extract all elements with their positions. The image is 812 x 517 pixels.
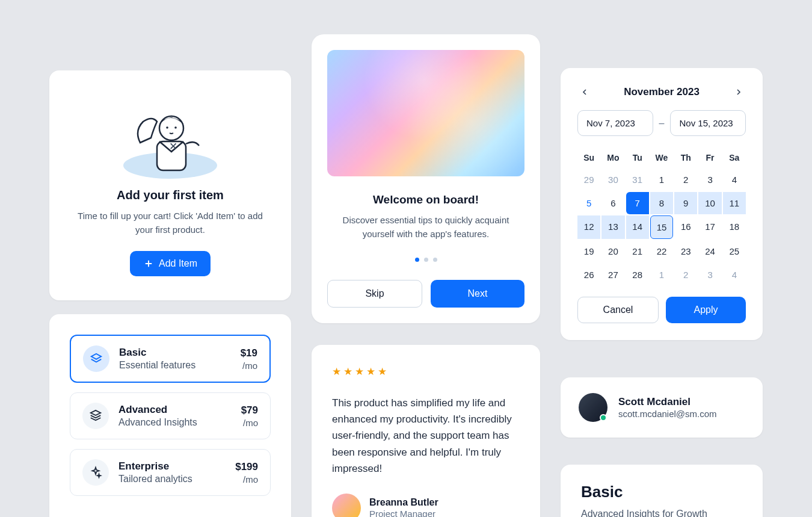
calendar-dow: Su xyxy=(577,148,600,167)
plus-icon xyxy=(143,258,154,269)
star-icon: ★ xyxy=(343,365,352,378)
calendar-day[interactable]: 23 xyxy=(674,240,697,262)
calendar-prev-button[interactable] xyxy=(577,85,592,99)
calendar-day[interactable]: 9 xyxy=(674,192,697,214)
calendar-dow: We xyxy=(650,148,673,167)
pricing-option-advanced[interactable]: Advanced Advanced Insights $79 /mo xyxy=(70,392,271,439)
calendar-day[interactable]: 3 xyxy=(698,169,721,191)
calendar-day[interactable]: 1 xyxy=(650,264,673,286)
calendar-day[interactable]: 5 xyxy=(577,192,600,214)
pricing-period: /mo xyxy=(235,474,258,484)
calendar-next-button[interactable] xyxy=(731,85,746,99)
testimonial-author: Breanna Butler Project Manager xyxy=(332,494,520,517)
calendar-day[interactable]: 8 xyxy=(650,192,673,214)
calendar-grid: SuMoTuWeThFrSa29303112345678910111213141… xyxy=(577,148,746,286)
welcome-description: Discover essential tips to quickly acqua… xyxy=(327,214,524,241)
calendar-dow: Mo xyxy=(601,148,624,167)
calendar-day[interactable]: 2 xyxy=(674,169,697,191)
pricing-amount: $199 xyxy=(235,461,258,473)
calendar-cancel-button[interactable]: Cancel xyxy=(577,297,659,323)
author-name: Breanna Butler xyxy=(369,497,438,508)
user-name: Scott Mcdaniel xyxy=(618,396,717,408)
pricing-name: Enterprise xyxy=(118,460,192,472)
calendar-day[interactable]: 22 xyxy=(650,240,673,262)
calendar-day[interactable]: 3 xyxy=(698,264,721,286)
layers-triple-icon xyxy=(82,403,109,429)
welcome-card: Welcome on board! Discover essential tip… xyxy=(312,34,540,323)
calendar-dow: Tu xyxy=(626,148,649,167)
star-icon: ★ xyxy=(332,365,341,378)
calendar-day[interactable]: 25 xyxy=(723,240,746,262)
calendar-day[interactable]: 21 xyxy=(626,240,649,262)
calendar-day[interactable]: 4 xyxy=(723,264,746,286)
calendar-day[interactable]: 1 xyxy=(650,169,673,191)
calendar-day[interactable]: 18 xyxy=(723,215,746,239)
calendar-day[interactable]: 12 xyxy=(577,215,600,239)
calendar-apply-button[interactable]: Apply xyxy=(666,297,746,323)
calendar-day[interactable]: 30 xyxy=(601,169,624,191)
calendar-day[interactable]: 28 xyxy=(626,264,649,286)
calendar-day[interactable]: 24 xyxy=(698,240,721,262)
user-avatar xyxy=(579,393,607,422)
pagination-dot-2[interactable] xyxy=(424,258,428,262)
welcome-hero-image xyxy=(327,50,524,176)
pricing-period: /mo xyxy=(241,418,258,428)
calendar-day[interactable]: 19 xyxy=(577,240,600,262)
pricing-list-card: Basic Essential features $19 /mo Advance… xyxy=(49,314,291,517)
calendar-day[interactable]: 16 xyxy=(674,215,697,239)
calendar-day[interactable]: 10 xyxy=(698,192,721,214)
testimonial-text: This product has simplified my life and … xyxy=(332,395,520,477)
calendar-day[interactable]: 11 xyxy=(723,192,746,214)
pagination-dot-3[interactable] xyxy=(433,258,437,262)
calendar-day[interactable]: 2 xyxy=(674,264,697,286)
calendar-day[interactable]: 31 xyxy=(626,169,649,191)
calendar-day[interactable]: 13 xyxy=(601,215,624,239)
calendar-day[interactable]: 4 xyxy=(723,169,746,191)
calendar-day[interactable]: 17 xyxy=(698,215,721,239)
layers-single-icon xyxy=(83,345,109,372)
star-icon: ★ xyxy=(378,365,387,378)
plan-summary-title: Basic xyxy=(581,483,742,501)
svg-point-2 xyxy=(159,116,183,140)
pagination-dots xyxy=(327,258,524,262)
waving-person-illustration: ✕ xyxy=(110,94,230,179)
add-item-button[interactable]: Add Item xyxy=(130,251,211,276)
date-from-input[interactable]: Nov 7, 2023 xyxy=(577,110,653,136)
close-icon[interactable]: ✕ xyxy=(169,140,177,153)
testimonial-card: ★ ★ ★ ★ ★ This product has simplified my… xyxy=(312,345,540,517)
plan-summary-subtitle: Advanced Insights for Growth xyxy=(581,509,742,517)
date-to-input[interactable]: Nov 15, 2023 xyxy=(670,110,746,136)
next-button[interactable]: Next xyxy=(431,280,524,308)
empty-state-card: ✕ Add your first item Time to fill up yo… xyxy=(49,70,291,300)
pricing-option-basic[interactable]: Basic Essential features $19 /mo xyxy=(70,335,271,383)
star-icon: ★ xyxy=(366,365,375,378)
pricing-subtitle: Tailored analytics xyxy=(118,474,192,484)
welcome-title: Welcome on board! xyxy=(327,193,524,206)
calendar-dow: Fr xyxy=(698,148,721,167)
date-range-separator: – xyxy=(659,118,665,129)
pricing-amount: $19 xyxy=(241,347,257,359)
skip-button[interactable]: Skip xyxy=(327,280,422,308)
pricing-name: Advanced xyxy=(118,404,197,416)
pricing-amount: $79 xyxy=(241,404,258,416)
pricing-option-enterprise[interactable]: Enterprise Tailored analytics $199 /mo xyxy=(70,449,271,496)
calendar-month-label: November 2023 xyxy=(624,86,700,98)
star-icon: ★ xyxy=(355,365,364,378)
pricing-subtitle: Advanced Insights xyxy=(118,417,197,428)
pagination-dot-1[interactable] xyxy=(415,258,419,262)
sparkles-icon xyxy=(82,459,109,486)
user-card[interactable]: Scott Mcdaniel scott.mcdaniel@sm.com xyxy=(561,377,763,438)
calendar-day[interactable]: 15 xyxy=(650,215,673,239)
calendar-day[interactable]: 29 xyxy=(577,169,600,191)
calendar-day[interactable]: 6 xyxy=(601,192,624,214)
calendar-day[interactable]: 26 xyxy=(577,264,600,286)
calendar-day[interactable]: 7 xyxy=(626,192,649,214)
calendar-dow: Sa xyxy=(723,148,746,167)
calendar-day[interactable]: 20 xyxy=(601,240,624,262)
star-rating: ★ ★ ★ ★ ★ xyxy=(332,365,520,378)
user-email: scott.mcdaniel@sm.com xyxy=(618,409,717,419)
calendar-day[interactable]: 27 xyxy=(601,264,624,286)
pricing-name: Basic xyxy=(119,347,195,359)
calendar-day[interactable]: 14 xyxy=(626,215,649,239)
pricing-period: /mo xyxy=(241,361,257,371)
